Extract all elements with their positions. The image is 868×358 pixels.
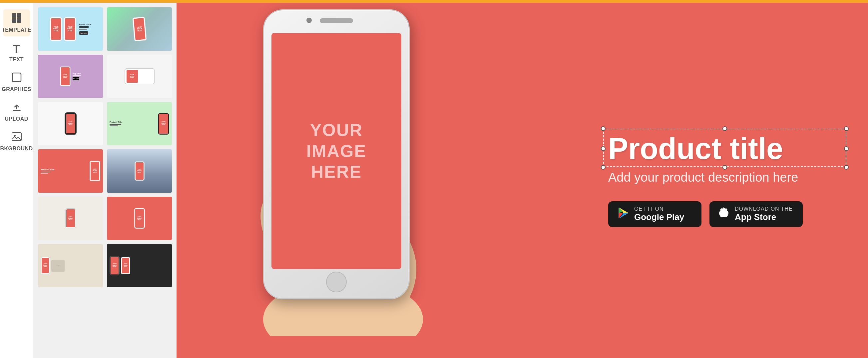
template-thumb-2[interactable]: YOURIMAGEHERE xyxy=(107,7,172,51)
handle-br[interactable] xyxy=(844,165,849,170)
sidebar-bkground-label: BKGROUND xyxy=(0,146,33,152)
phone-home-button xyxy=(326,272,347,292)
sidebar-graphics-label: GRAPHICS xyxy=(2,86,31,92)
product-title[interactable]: Product title xyxy=(608,134,841,164)
svg-rect-5 xyxy=(13,110,21,111)
phone-screen: YOURIMAGEHERE xyxy=(272,33,401,269)
phone-hand-group: YOURIMAGEHERE xyxy=(230,9,456,343)
google-play-icon xyxy=(616,206,629,222)
phone-speaker xyxy=(320,18,353,23)
sidebar-template-label: TEMPLATE xyxy=(2,27,31,33)
selection-box: Product title xyxy=(608,134,841,164)
app-buttons-group: GET IT ON Google Play Download on the Ap… xyxy=(608,201,841,227)
sidebar-item-bkground[interactable]: BKGROUND xyxy=(3,128,30,155)
sidebar-item-graphics[interactable]: GRAPHICS xyxy=(3,69,30,96)
phone-screen-placeholder: YOURIMAGEHERE xyxy=(306,120,366,182)
template-thumb-12[interactable]: YOURIMAGEHERE YOURIMAGEHERE xyxy=(107,244,172,287)
svg-rect-2 xyxy=(12,18,16,23)
svg-rect-1 xyxy=(17,13,21,18)
sidebar-upload-label: UPLOAD xyxy=(5,116,28,122)
svg-rect-3 xyxy=(17,18,21,23)
app-store-text: Download on the App Store xyxy=(735,206,793,222)
svg-rect-0 xyxy=(12,13,16,18)
phone-mockup: YOURIMAGEHERE xyxy=(263,9,410,299)
handle-tm[interactable] xyxy=(722,126,727,131)
app-store-main: App Store xyxy=(735,212,793,222)
google-play-button[interactable]: GET IT ON Google Play xyxy=(608,201,702,227)
google-play-main: Google Play xyxy=(634,212,684,222)
template-thumb-7[interactable]: Product title YOURIMAGEHERE xyxy=(38,149,103,193)
sidebar: TEMPLATE T TEXT GRAPHICS UPLOAD xyxy=(0,3,33,358)
main-canvas: YOURIMAGEHERE Product title Add your pro… xyxy=(177,3,868,358)
handle-bl[interactable] xyxy=(601,165,606,170)
right-content-section: Product title Add your product descripti… xyxy=(608,134,841,227)
sidebar-item-text[interactable]: T TEXT xyxy=(3,39,30,66)
handle-bm[interactable] xyxy=(722,165,727,170)
handle-ml[interactable] xyxy=(601,146,606,151)
google-play-text: GET IT ON Google Play xyxy=(634,206,684,222)
template-thumb-8[interactable]: YOURIMAGEHERE xyxy=(107,149,172,193)
template-thumb-6[interactable]: Product Title YOURIMAGEHERE xyxy=(107,102,172,145)
bkground-icon xyxy=(11,131,22,144)
text-icon: T xyxy=(13,42,20,55)
handle-tl[interactable] xyxy=(601,126,606,131)
template-thumb-11[interactable]: YOURIMAGEHERE tablet xyxy=(38,244,103,287)
template-thumb-9[interactable]: YOURIMAGEHERE xyxy=(38,197,103,240)
template-thumb-1[interactable]: YOURIMAGEHERE YOURIMAGEHERE Product Titl… xyxy=(38,7,103,51)
template-thumb-10[interactable]: YOURIMAGEHERE xyxy=(107,197,172,240)
app-store-button[interactable]: Download on the App Store xyxy=(709,201,803,227)
sidebar-item-upload[interactable]: UPLOAD xyxy=(3,98,30,125)
template-icon xyxy=(11,13,22,26)
svg-rect-4 xyxy=(12,73,21,82)
apple-icon xyxy=(717,207,730,222)
handle-mr[interactable] xyxy=(844,146,849,151)
upload-icon xyxy=(11,102,22,115)
template-thumb-3[interactable]: YOURIMAGEHERE App Title App Store xyxy=(38,55,103,98)
template-panel: YOURIMAGEHERE YOURIMAGEHERE Product Titl… xyxy=(33,3,177,358)
phone-camera xyxy=(306,18,312,23)
top-border xyxy=(0,0,868,3)
google-play-sub: GET IT ON xyxy=(634,206,684,212)
product-description[interactable]: Add your product description here xyxy=(608,170,841,185)
sidebar-text-label: TEXT xyxy=(9,57,24,63)
svg-rect-6 xyxy=(12,133,21,141)
template-thumb-4[interactable]: YOURIMAGEHERE xyxy=(107,55,172,98)
graphics-icon xyxy=(11,72,22,85)
sidebar-item-template[interactable]: TEMPLATE xyxy=(3,9,30,36)
handle-tr[interactable] xyxy=(844,126,849,131)
template-thumb-5[interactable]: YOURIMAGEHERE xyxy=(38,102,103,145)
app-store-sub: Download on the xyxy=(735,206,793,212)
